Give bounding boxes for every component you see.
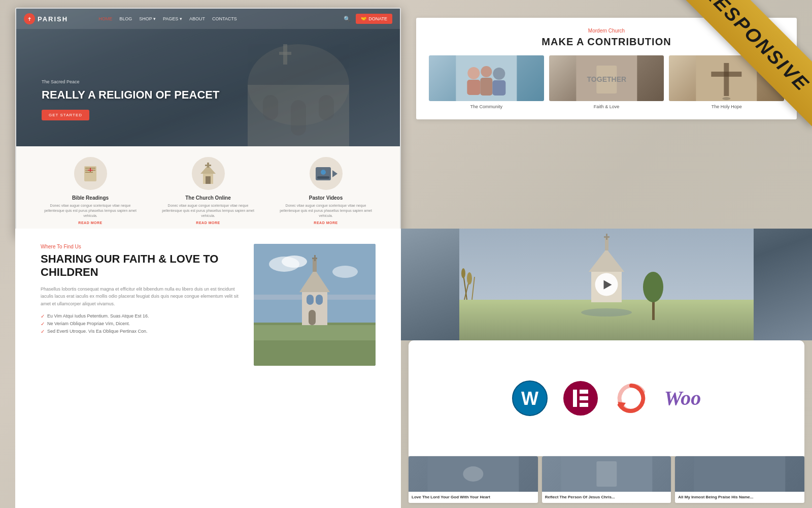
svg-point-65	[581, 308, 632, 316]
contribution-images: The Community TOGETHER Faith & Love	[429, 55, 784, 109]
svg-rect-10	[85, 172, 93, 173]
website-mockup: ✝ PARISH HOME BLOG SHOP ▾ PAGES ▾ ABOUT …	[15, 8, 401, 236]
service-item-church: The Church Online Donec vitae augue cong…	[157, 157, 259, 224]
service-title-bible: Bible Readings	[40, 195, 141, 201]
preview-card-content-3: All My Inmost Being Praise His Name...	[675, 492, 804, 503]
nav-link-blog[interactable]: BLOG	[119, 16, 132, 21]
video-play-button[interactable]	[595, 273, 618, 296]
service-title-church: The Church Online	[157, 195, 259, 201]
community-image-svg	[429, 55, 544, 101]
hope-image-svg	[669, 55, 784, 101]
nav-link-shop[interactable]: SHOP ▾	[139, 16, 156, 21]
faith-title: SHARING OUR FAITH & LOVE TO CHILDREN	[41, 252, 239, 279]
svg-point-64	[643, 272, 663, 302]
preview-card-content-2: Reflect The Person Of Jesus Chris...	[542, 492, 671, 503]
svg-rect-47	[309, 310, 316, 325]
svg-rect-21	[317, 176, 329, 179]
bible-icon	[80, 164, 100, 184]
contribution-label: Mordern Church	[429, 28, 784, 34]
cta-button[interactable]: GET STARTED	[42, 110, 89, 120]
service-circle-pastor	[310, 157, 343, 190]
nav-link-contacts[interactable]: CONTACTS	[212, 16, 237, 21]
refresh-icon	[614, 380, 649, 416]
preview-card-img-1	[409, 456, 538, 492]
svg-rect-72	[580, 396, 588, 400]
contrib-img-hope	[669, 55, 784, 101]
checkmark-3: ✓	[41, 329, 45, 334]
mockup-logo: ✝ PARISH	[24, 13, 68, 24]
service-desc-pastor: Donec vitae augue congue scelerisque vit…	[275, 203, 377, 218]
church-field-svg	[254, 244, 376, 366]
svg-rect-5	[319, 95, 334, 120]
checkmark-1: ✓	[41, 313, 45, 319]
preview-card-1: Love The Lord Your God With Your Heart	[409, 456, 538, 503]
search-icon[interactable]: 🔍	[344, 16, 351, 22]
contrib-label-community: The Community	[429, 104, 544, 109]
contrib-community: The Community	[429, 55, 544, 109]
video-background	[401, 229, 812, 340]
svg-rect-44	[312, 258, 317, 259]
svg-rect-52	[459, 300, 754, 340]
hero-subtitle: The Sacred Peace	[42, 79, 219, 84]
svg-text:TOGETHER: TOGETHER	[587, 75, 626, 83]
tech-logos-section: W	[409, 340, 804, 456]
preview-card-2: Reflect The Person Of Jesus Chris...	[542, 456, 671, 503]
woocommerce-logo: Woo	[664, 386, 701, 410]
faith-check-3: ✓ Sed Everti Utroque. Vis Ea Oblique Per…	[41, 329, 239, 334]
bottom-area: Where To Find Us SHARING OUR FAITH & LOV…	[0, 229, 812, 508]
preview-cards: Love The Lord Your God With Your Heart R…	[401, 456, 812, 508]
svg-rect-34	[712, 72, 742, 77]
svg-point-57	[461, 268, 465, 278]
nav-link-pages[interactable]: PAGES ▾	[163, 16, 182, 21]
service-desc-church: Donec vitae augue congue scelerisque vit…	[157, 203, 259, 218]
faith-label: Where To Find Us	[41, 244, 239, 249]
service-readmore-bible[interactable]: READ MORE	[40, 221, 141, 225]
preview-card-title-2: Reflect The Person Of Jesus Chris...	[545, 495, 668, 500]
preview-img-2-svg	[542, 456, 671, 492]
nav-link-about[interactable]: ABOUT	[189, 16, 205, 21]
main-container: ✝ PARISH HOME BLOG SHOP ▾ PAGES ▾ ABOUT …	[0, 0, 812, 508]
service-readmore-church[interactable]: READ MORE	[157, 221, 259, 225]
svg-rect-73	[580, 403, 588, 407]
svg-point-50	[332, 266, 358, 278]
faith-section: Where To Find Us SHARING OUR FAITH & LOV…	[15, 229, 401, 508]
svg-rect-79	[694, 456, 786, 492]
top-area: ✝ PARISH HOME BLOG SHOP ▾ PAGES ▾ ABOUT …	[0, 0, 812, 229]
hero-background: ✝ PARISH HOME BLOG SHOP ▾ PAGES ▾ ABOUT …	[16, 9, 400, 151]
faith-image-wrap	[254, 244, 376, 493]
svg-rect-12	[88, 170, 93, 171]
contrib-label-hope: The Holy Hope	[669, 104, 784, 109]
contribution-title: MAKE A CONTRIBUTION	[429, 36, 784, 48]
right-bottom: W	[401, 229, 812, 508]
contribution-section: Mordern Church MAKE A CONTRIBUTION	[416, 18, 797, 119]
preview-card-3: All My Inmost Being Praise His Name...	[675, 456, 804, 503]
service-item-pastor: Pastor Videos Donec vitae augue congue s…	[275, 157, 377, 224]
nav-link-home[interactable]: HOME	[98, 16, 112, 21]
church-icon	[195, 161, 221, 186]
preview-card-title-1: Love The Lord Your God With Your Heart	[412, 495, 535, 500]
donate-button[interactable]: 🤝 DONATE	[356, 14, 392, 24]
svg-rect-3	[279, 52, 291, 55]
contrib-label-faith: Faith & Love	[549, 104, 664, 109]
svg-marker-19	[332, 170, 337, 177]
faith-content: Where To Find Us SHARING OUR FAITH & LOV…	[41, 244, 239, 493]
right-panel: Mordern Church MAKE A CONTRIBUTION	[401, 0, 812, 229]
elementor-icon	[563, 380, 598, 416]
preview-card-img-3	[675, 456, 804, 492]
service-title-pastor: Pastor Videos	[275, 195, 377, 201]
wordpress-icon: W	[512, 380, 548, 416]
service-readmore-pastor[interactable]: READ MORE	[275, 221, 377, 225]
nav-right: 🔍 🤝 DONATE	[344, 14, 392, 24]
preview-card-content-1: Love The Lord Your God With Your Heart	[409, 492, 538, 503]
wordpress-logo: W	[512, 380, 548, 416]
svg-point-56	[467, 272, 472, 284]
svg-rect-62	[604, 236, 610, 238]
svg-rect-45	[307, 295, 314, 305]
svg-point-35	[723, 97, 731, 100]
faith-check-2: ✓ Ne Veriam Oblique Propriae Vim, Dicent…	[41, 321, 239, 327]
nav-links: HOME BLOG SHOP ▾ PAGES ▾ ABOUT CONTACTS	[98, 16, 237, 21]
logo-text: PARISH	[38, 15, 68, 23]
svg-rect-71	[580, 390, 588, 394]
video-icon	[313, 161, 339, 186]
faith-church-image	[254, 244, 376, 366]
